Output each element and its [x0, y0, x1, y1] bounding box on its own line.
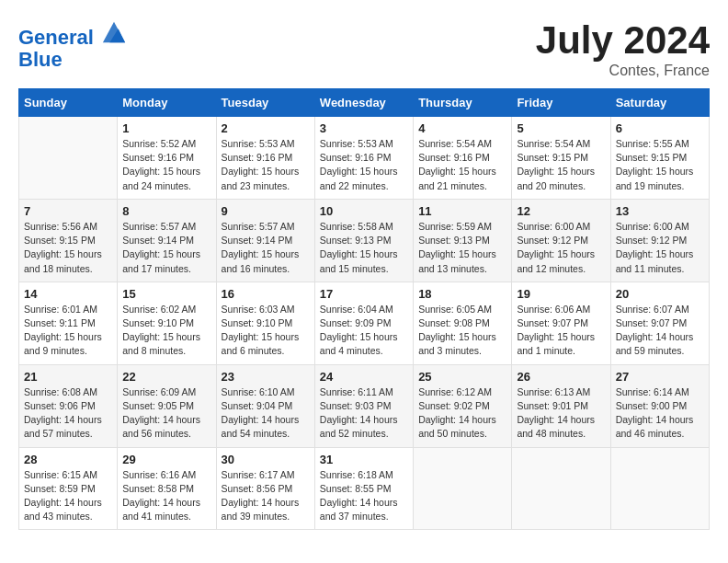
day-number: 30	[222, 453, 310, 466]
day-detail: Sunrise: 6:04 AMSunset: 9:09 PMDaylight:…	[320, 303, 408, 359]
day-number: 20	[616, 287, 704, 301]
day-number: 19	[517, 287, 605, 301]
logo-blue: Blue	[18, 49, 127, 71]
calendar-cell	[610, 447, 709, 530]
week-row-1: 1Sunrise: 5:52 AMSunset: 9:16 PMDaylight…	[19, 117, 710, 200]
location: Contes, France	[536, 63, 710, 79]
calendar-cell: 7Sunrise: 5:56 AMSunset: 9:15 PMDaylight…	[19, 199, 118, 282]
header-day-sunday: Sunday	[19, 89, 118, 117]
day-number: 27	[616, 370, 704, 384]
calendar-cell: 29Sunrise: 6:16 AMSunset: 8:58 PMDayligh…	[118, 447, 216, 530]
calendar-cell: 10Sunrise: 5:58 AMSunset: 9:13 PMDayligh…	[314, 199, 413, 282]
header-day-saturday: Saturday	[610, 89, 709, 117]
day-detail: Sunrise: 5:57 AMSunset: 9:14 PMDaylight:…	[122, 220, 210, 276]
day-detail: Sunrise: 6:16 AMSunset: 8:58 PMDaylight:…	[122, 468, 210, 524]
calendar-cell: 4Sunrise: 5:54 AMSunset: 9:16 PMDaylight…	[414, 117, 512, 200]
header-day-friday: Friday	[512, 89, 610, 117]
day-detail: Sunrise: 6:13 AMSunset: 9:01 PMDaylight:…	[517, 385, 605, 442]
day-number: 9	[222, 204, 310, 218]
logo: General Blue	[18, 18, 127, 71]
day-detail: Sunrise: 6:09 AMSunset: 9:05 PMDaylight:…	[122, 385, 210, 442]
day-detail: Sunrise: 6:07 AMSunset: 9:07 PMDaylight:…	[616, 303, 704, 359]
month-year: July 2024	[536, 18, 710, 63]
day-detail: Sunrise: 6:08 AMSunset: 9:06 PMDaylight:…	[24, 385, 112, 442]
day-number: 16	[222, 287, 310, 301]
calendar-cell: 13Sunrise: 6:00 AMSunset: 9:12 PMDayligh…	[610, 199, 709, 282]
day-detail: Sunrise: 5:52 AMSunset: 9:16 PMDaylight:…	[122, 137, 210, 193]
calendar-cell: 19Sunrise: 6:06 AMSunset: 9:07 PMDayligh…	[512, 282, 610, 364]
calendar-cell: 2Sunrise: 5:53 AMSunset: 9:16 PMDaylight…	[216, 117, 314, 200]
day-detail: Sunrise: 6:00 AMSunset: 9:12 PMDaylight:…	[517, 220, 605, 276]
header-row: SundayMondayTuesdayWednesdayThursdayFrid…	[19, 89, 710, 117]
title-section: July 2024 Contes, France	[536, 18, 710, 79]
calendar-cell: 15Sunrise: 6:02 AMSunset: 9:10 PMDayligh…	[118, 282, 216, 364]
day-detail: Sunrise: 5:56 AMSunset: 9:15 PMDaylight:…	[24, 220, 112, 276]
calendar-cell: 5Sunrise: 5:54 AMSunset: 9:15 PMDaylight…	[512, 117, 610, 200]
day-number: 4	[418, 121, 506, 135]
day-detail: Sunrise: 6:12 AMSunset: 9:02 PMDaylight:…	[418, 385, 506, 442]
day-number: 22	[122, 370, 210, 384]
day-number: 31	[320, 453, 408, 466]
day-number: 11	[418, 204, 506, 218]
day-number: 3	[320, 121, 408, 135]
day-number: 15	[122, 287, 210, 301]
calendar-cell: 11Sunrise: 5:59 AMSunset: 9:13 PMDayligh…	[414, 199, 512, 282]
day-detail: Sunrise: 6:06 AMSunset: 9:07 PMDaylight:…	[517, 303, 605, 359]
calendar-cell: 18Sunrise: 6:05 AMSunset: 9:08 PMDayligh…	[414, 282, 512, 364]
day-detail: Sunrise: 6:10 AMSunset: 9:04 PMDaylight:…	[222, 385, 310, 442]
calendar-cell: 12Sunrise: 6:00 AMSunset: 9:12 PMDayligh…	[512, 199, 610, 282]
calendar-cell: 16Sunrise: 6:03 AMSunset: 9:10 PMDayligh…	[216, 282, 314, 364]
calendar-cell	[414, 447, 512, 530]
header-day-tuesday: Tuesday	[216, 89, 314, 117]
calendar-cell	[512, 447, 610, 530]
day-number: 26	[517, 370, 605, 384]
calendar-cell	[19, 117, 118, 200]
day-detail: Sunrise: 5:54 AMSunset: 9:15 PMDaylight:…	[517, 137, 605, 193]
day-detail: Sunrise: 6:05 AMSunset: 9:08 PMDaylight:…	[418, 303, 506, 359]
calendar-cell: 24Sunrise: 6:11 AMSunset: 9:03 PMDayligh…	[314, 364, 413, 447]
calendar-cell: 26Sunrise: 6:13 AMSunset: 9:01 PMDayligh…	[512, 364, 610, 447]
day-detail: Sunrise: 5:58 AMSunset: 9:13 PMDaylight:…	[320, 220, 408, 276]
day-number: 5	[517, 121, 605, 135]
header-day-thursday: Thursday	[414, 89, 512, 117]
day-detail: Sunrise: 6:01 AMSunset: 9:11 PMDaylight:…	[24, 303, 112, 359]
logo-general: General	[18, 26, 94, 49]
calendar-cell: 3Sunrise: 5:53 AMSunset: 9:16 PMDaylight…	[314, 117, 413, 200]
calendar-cell: 20Sunrise: 6:07 AMSunset: 9:07 PMDayligh…	[610, 282, 709, 364]
day-detail: Sunrise: 5:53 AMSunset: 9:16 PMDaylight:…	[320, 137, 408, 193]
day-detail: Sunrise: 6:02 AMSunset: 9:10 PMDaylight:…	[122, 303, 210, 359]
calendar-cell: 28Sunrise: 6:15 AMSunset: 8:59 PMDayligh…	[19, 447, 118, 530]
day-detail: Sunrise: 5:57 AMSunset: 9:14 PMDaylight:…	[222, 220, 310, 276]
day-number: 23	[222, 370, 310, 384]
day-number: 1	[122, 121, 210, 135]
header-day-wednesday: Wednesday	[314, 89, 413, 117]
header-day-monday: Monday	[118, 89, 216, 117]
day-detail: Sunrise: 6:00 AMSunset: 9:12 PMDaylight:…	[616, 220, 704, 276]
day-detail: Sunrise: 5:53 AMSunset: 9:16 PMDaylight:…	[222, 137, 310, 193]
day-number: 24	[320, 370, 408, 384]
day-number: 14	[24, 287, 112, 301]
week-row-4: 21Sunrise: 6:08 AMSunset: 9:06 PMDayligh…	[19, 364, 710, 447]
calendar-cell: 6Sunrise: 5:55 AMSunset: 9:15 PMDaylight…	[610, 117, 709, 200]
day-detail: Sunrise: 6:14 AMSunset: 9:00 PMDaylight:…	[616, 385, 704, 442]
day-number: 29	[122, 453, 210, 466]
day-detail: Sunrise: 5:59 AMSunset: 9:13 PMDaylight:…	[418, 220, 506, 276]
week-row-3: 14Sunrise: 6:01 AMSunset: 9:11 PMDayligh…	[19, 282, 710, 364]
calendar-cell: 1Sunrise: 5:52 AMSunset: 9:16 PMDaylight…	[118, 117, 216, 200]
day-number: 8	[122, 204, 210, 218]
calendar-cell: 30Sunrise: 6:17 AMSunset: 8:56 PMDayligh…	[216, 447, 314, 530]
page-header: General Blue July 2024 Contes, France	[18, 18, 710, 79]
day-detail: Sunrise: 6:11 AMSunset: 9:03 PMDaylight:…	[320, 385, 408, 442]
calendar-cell: 22Sunrise: 6:09 AMSunset: 9:05 PMDayligh…	[118, 364, 216, 447]
calendar-cell: 8Sunrise: 5:57 AMSunset: 9:14 PMDaylight…	[118, 199, 216, 282]
day-number: 6	[616, 121, 704, 135]
day-number: 18	[418, 287, 506, 301]
calendar-table: SundayMondayTuesdayWednesdayThursdayFrid…	[18, 88, 710, 530]
week-row-5: 28Sunrise: 6:15 AMSunset: 8:59 PMDayligh…	[19, 447, 710, 530]
day-number: 21	[24, 370, 112, 384]
day-detail: Sunrise: 6:15 AMSunset: 8:59 PMDaylight:…	[24, 468, 112, 524]
day-number: 7	[24, 204, 112, 218]
day-detail: Sunrise: 6:18 AMSunset: 8:55 PMDaylight:…	[320, 468, 408, 524]
calendar-cell: 27Sunrise: 6:14 AMSunset: 9:00 PMDayligh…	[610, 364, 709, 447]
logo-icon	[101, 18, 127, 44]
